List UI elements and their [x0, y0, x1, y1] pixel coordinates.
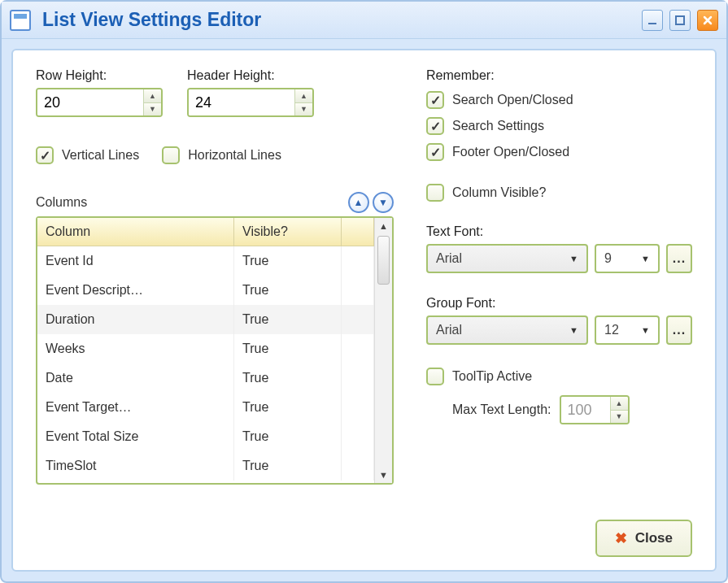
row-height-field: Row Height: ▲ ▼: [36, 68, 163, 117]
max-text-length-down[interactable]: ▼: [611, 411, 628, 424]
group-font-select[interactable]: Arial ▼: [426, 315, 588, 345]
window-close-button[interactable]: [697, 10, 718, 31]
header-height-down[interactable]: ▼: [295, 103, 312, 116]
max-text-length-arrows: ▲ ▼: [610, 397, 628, 423]
table-row[interactable]: DateTrue: [37, 363, 374, 393]
close-x-icon: ✖: [615, 529, 627, 547]
header-height-up[interactable]: ▲: [295, 89, 312, 103]
titlebar: List View Settings Editor: [2, 2, 726, 39]
table-row[interactable]: Event Descript…True: [37, 276, 374, 305]
column-name-cell: Duration: [37, 305, 234, 334]
remember-label: Search Settings: [452, 119, 544, 133]
max-text-length-input[interactable]: [561, 397, 610, 423]
column-visible-cell: True: [234, 246, 342, 276]
move-down-button[interactable]: ▼: [373, 192, 394, 213]
row-height-input[interactable]: [37, 89, 143, 115]
table-row[interactable]: WeeksTrue: [37, 334, 374, 363]
column-visible-label: Column Visible?: [452, 185, 546, 200]
checkbox-box-icon: [426, 368, 444, 385]
svg-rect-1: [676, 16, 684, 24]
group-font-size-select[interactable]: 12 ▼: [595, 315, 660, 345]
row-height-label: Row Height:: [36, 68, 163, 83]
move-up-button[interactable]: ▲: [348, 192, 369, 213]
tooltip-active-label: ToolTip Active: [452, 369, 532, 384]
columns-table: Column Visible? Event IdTrueEvent Descri…: [36, 216, 394, 485]
scroll-down-icon[interactable]: ▼: [379, 467, 388, 483]
table-header-row: Column Visible?: [37, 218, 374, 246]
columns-label: Columns: [36, 195, 87, 210]
column-extra-cell: [342, 451, 374, 481]
checkbox-box-icon: [426, 143, 444, 161]
table-row[interactable]: TimeSlotTrue: [37, 451, 374, 481]
remember-label: Search Open/Closed: [452, 93, 573, 107]
column-extra-cell: [342, 276, 374, 305]
horizontal-lines-checkbox[interactable]: Horizontal Lines: [162, 146, 281, 164]
header-height-input[interactable]: [189, 89, 294, 115]
close-button-label: Close: [635, 530, 673, 546]
column-visible-cell: True: [234, 451, 342, 481]
group-font-value: Arial: [436, 323, 462, 337]
caret-down-icon: ▼: [641, 254, 650, 263]
text-font-label: Text Font:: [426, 224, 692, 239]
row-height-up[interactable]: ▲: [144, 89, 161, 103]
header-height-spinner[interactable]: ▲ ▼: [187, 88, 314, 117]
svg-rect-0: [648, 23, 656, 24]
group-font-browse-button[interactable]: ...: [666, 315, 692, 345]
table-row[interactable]: Event Total SizeTrue: [37, 422, 374, 451]
minimize-icon: [647, 15, 658, 26]
text-font-value: Arial: [436, 251, 462, 266]
col-header-extra[interactable]: [342, 218, 374, 246]
window-controls: [642, 10, 718, 31]
table-row[interactable]: Event Target…True: [37, 393, 374, 422]
group-font-size-value: 12: [604, 323, 619, 337]
column-visible-cell: True: [234, 276, 342, 305]
text-font-size-select[interactable]: 9 ▼: [595, 244, 660, 273]
vertical-lines-checkbox[interactable]: Vertical Lines: [36, 146, 139, 164]
maximize-icon: [674, 15, 686, 26]
header-height-label: Header Height:: [187, 68, 314, 83]
row-height-down[interactable]: ▼: [144, 103, 161, 116]
remember-label: Remember:: [426, 68, 692, 83]
column-extra-cell: [342, 393, 374, 422]
column-visible-checkbox[interactable]: Column Visible?: [426, 184, 692, 202]
column-extra-cell: [342, 305, 374, 334]
remember-checkbox[interactable]: Footer Open/Closed: [426, 143, 692, 161]
column-name-cell: TimeSlot: [37, 451, 234, 481]
column-visible-cell: True: [234, 393, 342, 422]
minimize-button[interactable]: [642, 10, 663, 31]
window-title: List View Settings Editor: [42, 9, 642, 31]
text-font-browse-button[interactable]: ...: [666, 244, 692, 273]
column-name-cell: Date: [37, 363, 234, 393]
table-row[interactable]: DurationTrue: [37, 305, 374, 334]
close-button[interactable]: ✖ Close: [595, 520, 692, 557]
column-name-cell: Event Total Size: [37, 422, 234, 451]
scroll-thumb[interactable]: [377, 236, 390, 285]
horizontal-lines-label: Horizontal Lines: [188, 148, 281, 163]
row-height-spinner[interactable]: ▲ ▼: [36, 88, 163, 117]
max-text-length-up[interactable]: ▲: [611, 397, 628, 411]
column-visible-cell: True: [234, 305, 342, 334]
table-scrollbar[interactable]: ▲ ▼: [374, 218, 392, 483]
column-name-cell: Event Descript…: [37, 276, 234, 305]
app-icon: [10, 10, 31, 31]
tooltip-active-checkbox[interactable]: ToolTip Active: [426, 368, 692, 385]
remember-checkbox[interactable]: Search Settings: [426, 117, 692, 135]
checkbox-box-icon: [162, 146, 180, 164]
checkbox-box-icon: [426, 91, 444, 109]
group-font-label: Group Font:: [426, 296, 692, 311]
content-area: Row Height: ▲ ▼ Header Height:: [11, 49, 717, 572]
table-row[interactable]: Event IdTrue: [37, 246, 374, 276]
remember-checkbox[interactable]: Search Open/Closed: [426, 91, 692, 109]
column-visible-cell: True: [234, 363, 342, 393]
vertical-lines-label: Vertical Lines: [62, 148, 139, 163]
caret-down-icon: ▼: [569, 254, 578, 263]
scroll-up-icon[interactable]: ▲: [379, 218, 388, 234]
column-name-cell: Event Target…: [37, 393, 234, 422]
maximize-button[interactable]: [669, 10, 691, 31]
col-header-column[interactable]: Column: [37, 218, 234, 246]
col-header-visible[interactable]: Visible?: [234, 218, 342, 246]
max-text-length-spinner[interactable]: ▲ ▼: [560, 395, 630, 424]
text-font-select[interactable]: Arial ▼: [426, 244, 588, 273]
caret-down-icon: ▼: [569, 325, 578, 335]
column-visible-cell: True: [234, 422, 342, 451]
